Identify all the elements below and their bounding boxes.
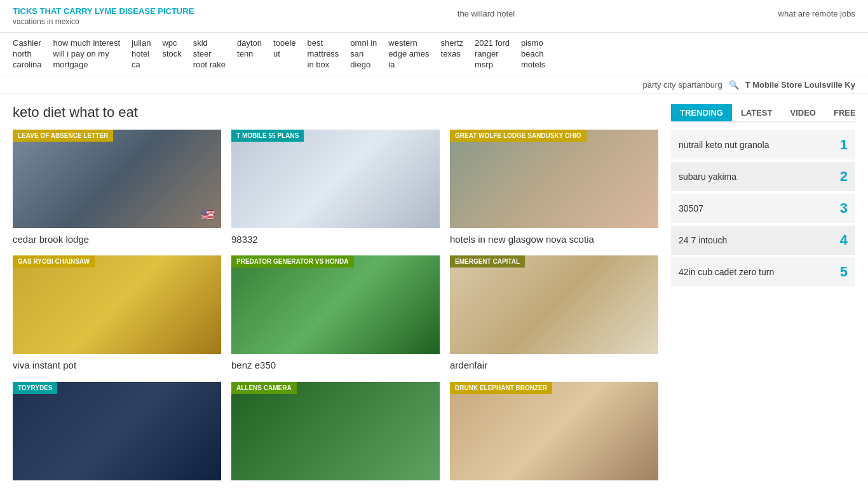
sub-title: vacations in mexico	[13, 17, 194, 26]
nav-item[interactable]: skidsteerroot rake	[193, 38, 226, 71]
trending-list-item[interactable]: 305073	[671, 194, 855, 223]
trending-tab-trending[interactable]: TRENDING	[671, 104, 732, 121]
nav-line: edge ames	[388, 49, 429, 58]
trending-list-item[interactable]: 42in cub cadet zero turn5	[671, 257, 855, 287]
content-left: keto diet what to eat 🇺🇸LEAVE OF ABSENCE…	[13, 104, 658, 488]
trending-item-text: 30507	[679, 203, 834, 214]
trending-tab-free[interactable]: FREE	[825, 104, 865, 121]
nav-line: julian	[132, 38, 151, 48]
nav-line: 2021 ford	[475, 38, 510, 48]
nav-line: north	[13, 49, 32, 58]
nav-line: root rake	[193, 60, 226, 69]
nav-item[interactable]: julianhotelca	[132, 38, 151, 71]
article-badge: TOYRYDES	[13, 382, 57, 394]
article-thumbnail: ALLENS CAMERA	[231, 382, 440, 480]
nav-item[interactable]: omni insandiego	[350, 38, 377, 71]
trending-tab-latest[interactable]: LATEST	[732, 104, 782, 121]
search-left-text[interactable]: party city spartanburg	[643, 80, 722, 90]
article-thumbnail: PREDATOR GENERATOR VS HONDA	[231, 255, 440, 354]
article-badge: ALLENS CAMERA	[231, 382, 297, 394]
nav-line: hotel	[132, 49, 149, 58]
article-badge: GREAT WOLFE LODGE SANDUSKY OHIO	[450, 130, 587, 142]
nav-line: tenn	[237, 49, 253, 58]
nav-line: msrp	[475, 60, 493, 69]
right-link[interactable]: what are remote jobs	[778, 9, 855, 18]
nav-item[interactable]: 2021 fordrangermsrp	[475, 38, 510, 71]
trending-list-item[interactable]: nutrail keto nut granola1	[671, 130, 855, 159]
trending-tab-video[interactable]: VIDEO	[781, 104, 824, 121]
nav-line: Cashier	[13, 38, 41, 48]
nav-item[interactable]: westernedge amesia	[388, 38, 429, 71]
article-card[interactable]: ALLENS CAMERA	[231, 382, 440, 480]
nav-line: in box	[308, 60, 330, 69]
nav-line: stock	[162, 49, 181, 58]
nav-line: western	[388, 38, 417, 48]
trending-list-item[interactable]: 24 7 intouch4	[671, 226, 855, 255]
site-title[interactable]: TICKS THAT CARRY LYME DISEASE PICTURE	[13, 6, 194, 16]
article-card[interactable]: EMERGENT CAPITALardenfair	[450, 255, 658, 372]
article-badge: T MOBILE 55 PLANS	[231, 130, 304, 142]
nav-item[interactable]: bestmattressin box	[308, 38, 339, 71]
article-card[interactable]: PREDATOR GENERATOR VS HONDAbenz e350	[231, 255, 440, 372]
search-icon[interactable]: 🔍	[729, 80, 739, 90]
article-thumbnail: GREAT WOLFE LODGE SANDUSKY OHIO	[450, 130, 658, 228]
trending-item-number: 2	[840, 168, 848, 185]
search-bar: party city spartanburg 🔍 T Mobile Store …	[0, 76, 868, 94]
nav-line: mortgage	[53, 60, 88, 69]
nav-line: best	[308, 38, 323, 48]
nav-line: dayton	[237, 38, 262, 48]
article-card[interactable]: T MOBILE 55 PLANS98332	[231, 130, 440, 246]
trending-item-number: 3	[840, 200, 848, 217]
article-title: ardenfair	[450, 359, 658, 372]
header-center: the willard hotel	[458, 9, 515, 18]
article-card[interactable]: DRUNK ELEPHANT BRONZER	[450, 382, 658, 480]
nav-line: will i pay on my	[53, 49, 109, 58]
center-link[interactable]: the willard hotel	[458, 9, 515, 18]
content-right: TRENDINGLATESTVIDEOFREE nutrail keto nut…	[671, 104, 855, 488]
article-thumbnail: TOYRYDES	[13, 382, 221, 480]
nav-line: how much interest	[53, 38, 121, 48]
nav-item[interactable]: tooeleut	[273, 38, 295, 60]
article-title: cedar brook lodge	[13, 233, 221, 246]
article-title: viva instant pot	[13, 359, 221, 372]
nav-line: san	[350, 49, 363, 58]
trending-tabs: TRENDINGLATESTVIDEOFREE	[671, 104, 855, 123]
trending-item-text: 42in cub cadet zero turn	[679, 267, 834, 277]
nav-item[interactable]: pismobeachmotels	[521, 38, 545, 71]
trending-item-text: 24 7 intouch	[679, 235, 834, 245]
article-thumbnail: T MOBILE 55 PLANS	[231, 130, 440, 228]
article-thumbnail: GAS RYOBI CHAINSAW	[13, 255, 221, 354]
trending-item-text: nutrail keto nut granola	[679, 140, 834, 150]
header: TICKS THAT CARRY LYME DISEASE PICTURE va…	[0, 0, 868, 33]
trending-item-number: 5	[840, 264, 848, 280]
nav-line: skid	[193, 38, 208, 48]
nav-line: beach	[521, 49, 543, 58]
article-thumbnail: 🇺🇸LEAVE OF ABSENCE LETTER	[13, 130, 221, 228]
flag-overlay: 🇺🇸	[201, 208, 215, 222]
article-badge: PREDATOR GENERATOR VS HONDA	[231, 255, 354, 268]
article-card[interactable]: TOYRYDES	[13, 382, 221, 480]
trending-item-number: 1	[840, 137, 848, 153]
search-right-text[interactable]: T Mobile Store Louisville Ky	[745, 80, 855, 90]
nav-line: carolina	[13, 60, 42, 69]
article-card[interactable]: GREAT WOLFE LODGE SANDUSKY OHIOhotels in…	[450, 130, 658, 246]
nav-item[interactable]: shertztexas	[441, 38, 463, 60]
article-thumbnail: EMERGENT CAPITAL	[450, 255, 658, 354]
main-content: keto diet what to eat 🇺🇸LEAVE OF ABSENCE…	[0, 94, 868, 488]
article-title: benz e350	[231, 359, 440, 372]
nav-item[interactable]: daytontenn	[237, 38, 262, 60]
nav-item[interactable]: wpcstock	[162, 38, 181, 60]
nav-line: texas	[441, 49, 461, 58]
trending-item-text: subaru yakima	[679, 172, 834, 182]
nav-line: ia	[388, 60, 395, 69]
article-card[interactable]: 🇺🇸LEAVE OF ABSENCE LETTERcedar brook lod…	[13, 130, 221, 246]
nav-item[interactable]: how much interestwill i pay on mymortgag…	[53, 38, 121, 71]
article-badge: LEAVE OF ABSENCE LETTER	[13, 130, 113, 142]
article-card[interactable]: GAS RYOBI CHAINSAWviva instant pot	[13, 255, 221, 372]
nav-line: ranger	[475, 49, 499, 58]
nav-item[interactable]: Cashiernorthcarolina	[13, 38, 42, 71]
article-badge: DRUNK ELEPHANT BRONZER	[450, 382, 552, 394]
nav-line: wpc	[162, 38, 177, 48]
article-title: 98332	[231, 233, 440, 246]
trending-list-item[interactable]: subaru yakima2	[671, 162, 855, 191]
